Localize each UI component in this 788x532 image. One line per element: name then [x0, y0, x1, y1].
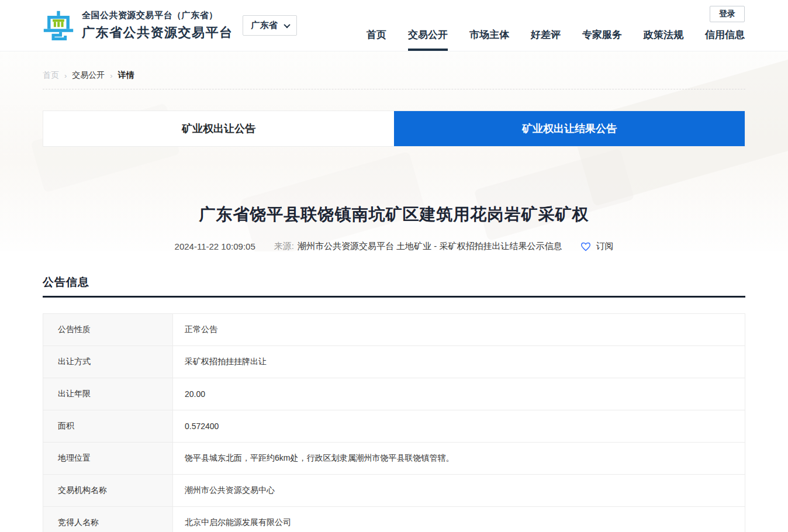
table-row: 面积 0.572400 [43, 410, 745, 443]
subscribe-label: 订阅 [596, 241, 613, 251]
nav-item-ratings[interactable]: 好差评 [531, 28, 561, 51]
breadcrumb-separator: › [64, 71, 67, 80]
source-value: 潮州市公共资源交易平台 土地矿业 - 采矿权招拍挂出让结果公示信息 [298, 241, 562, 251]
row-value: 20.00 [173, 378, 745, 410]
region-selector-value: 广东省 [251, 20, 278, 31]
brand-provincial-title: 广东省公共资源交易平台 [82, 24, 233, 42]
subscribe-control[interactable]: 订阅 [580, 241, 613, 251]
heart-icon [580, 242, 591, 251]
row-label: 交易机构名称 [43, 475, 173, 506]
row-value: 采矿权招拍挂挂牌出让 [173, 346, 745, 378]
login-button[interactable]: 登录 [710, 6, 745, 22]
brand-block: 全国公共资源交易平台（广东省） 广东省公共资源交易平台 广东省 [43, 0, 297, 51]
breadcrumb-separator: › [110, 71, 112, 80]
source-label: 来源: [274, 241, 294, 251]
publish-datetime: 2024-11-22 10:09:05 [175, 241, 255, 251]
tab-mining-rights-result-announcement[interactable]: 矿业权出让结果公告 [394, 111, 745, 146]
breadcrumb-home[interactable]: 首页 [43, 70, 59, 81]
nav-item-policies[interactable]: 政策法规 [644, 28, 683, 51]
row-label: 地理位置 [43, 443, 173, 474]
brand-titles: 全国公共资源交易平台（广东省） 广东省公共资源交易平台 [82, 10, 233, 42]
breadcrumb: 首页 › 交易公开 › 详情 [43, 51, 745, 89]
row-label: 出让年限 [43, 378, 173, 410]
table-row: 出让年限 20.00 [43, 378, 745, 410]
banner-section: 首页 › 交易公开 › 详情 矿业权出让公告 矿业权出让结果公告 广东省饶平县联… [0, 51, 788, 251]
article-title: 广东省饶平县联饶镇南坑矿区建筑用花岗岩矿采矿权 [43, 203, 745, 226]
row-label: 出让方式 [43, 346, 173, 378]
header-right: 登录 首页 交易公开 市场主体 好差评 专家服务 政策法规 信用信息 [367, 0, 745, 51]
site-header: 全国公共资源交易平台（广东省） 广东省公共资源交易平台 广东省 登录 首页 交易… [0, 0, 788, 51]
table-row: 交易机构名称 潮州市公共资源交易中心 [43, 475, 745, 507]
article-source: 来源:潮州市公共资源交易平台 土地矿业 - 采矿权招拍挂出让结果公示信息 [274, 241, 562, 251]
keyboard-texture [474, 148, 635, 241]
row-label: 竞得人名称 [43, 507, 173, 532]
table-row: 竞得人名称 北京中启尔能源发展有限公司 [43, 507, 745, 532]
row-value: 正常公告 [173, 314, 745, 346]
nav-item-trade-public[interactable]: 交易公开 [408, 28, 448, 51]
nav-item-home[interactable]: 首页 [367, 28, 386, 51]
row-value: 北京中启尔能源发展有限公司 [173, 507, 745, 532]
announcement-info-table: 公告性质 正常公告 出让方式 采矿权招拍挂挂牌出让 出让年限 20.00 面积 … [43, 313, 745, 532]
keyboard-texture [240, 151, 427, 251]
row-value: 饶平县城东北面，平距约6km处，行政区划隶属潮州市饶平县联饶镇管辖。 [173, 443, 745, 474]
tab-mining-rights-announcement[interactable]: 矿业权出让公告 [43, 111, 394, 146]
region-selector[interactable]: 广东省 [243, 15, 297, 36]
table-row: 出让方式 采矿权招拍挂挂牌出让 [43, 346, 745, 378]
row-label: 面积 [43, 410, 173, 442]
row-value: 潮州市公共资源交易中心 [173, 475, 745, 506]
nav-item-market-entities[interactable]: 市场主体 [469, 28, 509, 51]
row-label: 公告性质 [43, 314, 173, 346]
section-title: 公告信息 [43, 275, 745, 290]
site-logo-icon [43, 9, 74, 42]
nav-item-expert-services[interactable]: 专家服务 [582, 28, 622, 51]
main-nav: 首页 交易公开 市场主体 好差评 专家服务 政策法规 信用信息 [367, 28, 745, 51]
breadcrumb-current: 详情 [118, 70, 134, 81]
row-value: 0.572400 [173, 410, 745, 442]
article-meta: 2024-11-22 10:09:05 来源:潮州市公共资源交易平台 土地矿业 … [43, 241, 745, 251]
nav-item-credit-info[interactable]: 信用信息 [705, 28, 745, 51]
section-header: 公告信息 [43, 275, 745, 298]
table-row: 公告性质 正常公告 [43, 314, 745, 346]
breadcrumb-trade-public[interactable]: 交易公开 [72, 70, 105, 81]
announcement-tab-bar: 矿业权出让公告 矿业权出让结果公告 [43, 110, 745, 147]
chevron-down-icon [284, 21, 290, 27]
brand-national-title: 全国公共资源交易平台（广东省） [82, 10, 233, 21]
main-content: 公告信息 公告性质 正常公告 出让方式 采矿权招拍挂挂牌出让 出让年限 20.0… [0, 275, 788, 532]
section-rule [43, 296, 745, 298]
table-row: 地理位置 饶平县城东北面，平距约6km处，行政区划隶属潮州市饶平县联饶镇管辖。 [43, 443, 745, 475]
